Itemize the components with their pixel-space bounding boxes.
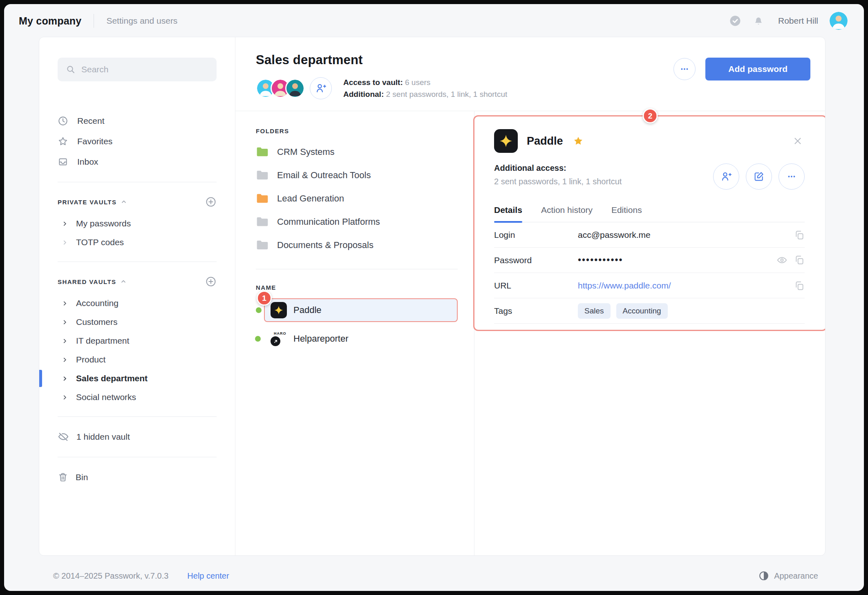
sidebar-item-favorites[interactable]: Favorites <box>58 131 217 152</box>
vault-more-button[interactable] <box>673 58 696 80</box>
chevron-up-icon <box>120 278 127 285</box>
company-name[interactable]: My company <box>19 15 81 27</box>
settings-and-users-link[interactable]: Settings and users <box>106 16 177 26</box>
private-vaults-title[interactable]: PRIVATE VAULTS <box>58 199 127 206</box>
tag-sales[interactable]: Sales <box>578 303 611 319</box>
password-row-paddle[interactable]: 1 Paddle <box>264 298 458 322</box>
status-dot <box>256 307 262 313</box>
tab-details[interactable]: Details <box>494 205 522 222</box>
app-window: My company Settings and users Robert Hil… <box>4 4 864 591</box>
detail-tabs: Details Action history Editions <box>494 205 805 222</box>
folders-heading: FOLDERS <box>256 128 458 134</box>
add-password-button[interactable]: Add password <box>705 58 810 81</box>
copy-icon[interactable] <box>794 280 805 291</box>
divider <box>58 182 217 182</box>
help-center-link[interactable]: Help center <box>187 571 229 581</box>
chevron-right-icon[interactable] <box>62 357 68 363</box>
password-value: ••••••••••• <box>578 255 776 266</box>
section-label: PRIVATE VAULTS <box>58 199 116 206</box>
folder-name: Documents & Proposals <box>277 240 374 251</box>
sidebar-item-social-networks[interactable]: Social networks <box>58 388 217 407</box>
status-dot <box>255 336 261 342</box>
password-row-helpareporter[interactable]: HARO Helpareporter <box>264 327 458 351</box>
add-shared-vault-button[interactable] <box>205 276 217 287</box>
favorite-star-icon[interactable] <box>573 136 584 146</box>
copy-icon[interactable] <box>794 230 805 240</box>
chevron-right-icon[interactable] <box>62 338 68 344</box>
add-private-vault-button[interactable] <box>205 196 217 208</box>
record-title: Paddle <box>527 135 563 148</box>
password-detail-panel: 2 Paddle <box>474 111 825 555</box>
divider <box>58 416 217 417</box>
divider <box>58 457 217 457</box>
chevron-right-icon[interactable] <box>62 394 68 400</box>
additional-access-label: Additional access: <box>494 163 622 173</box>
shared-vaults-title[interactable]: SHARED VAULTS <box>58 278 127 285</box>
sidebar-item-product[interactable]: Product <box>58 350 217 369</box>
check-circle-icon[interactable] <box>729 15 741 27</box>
private-vaults-header: PRIVATE VAULTS <box>58 192 217 212</box>
edit-button[interactable] <box>746 163 772 190</box>
sidebar-item-it-department[interactable]: IT department <box>58 331 217 350</box>
user-avatar[interactable] <box>830 12 848 30</box>
avatar[interactable] <box>285 78 305 98</box>
invite-user-button[interactable] <box>310 77 332 99</box>
appearance-toggle[interactable]: Appearance <box>758 570 818 581</box>
bell-icon[interactable] <box>753 15 764 27</box>
vault-label: Customers <box>76 317 118 327</box>
more-options-button[interactable] <box>779 163 805 190</box>
access-label: Access to vault: <box>343 78 403 87</box>
hidden-vault-item[interactable]: 1 hidden vault <box>58 427 217 447</box>
divider <box>256 269 458 269</box>
chevron-right-icon[interactable] <box>62 221 68 227</box>
sidebar-item-label: Recent <box>77 116 105 126</box>
tab-editions[interactable]: Editions <box>611 205 642 222</box>
sidebar-item-inbox[interactable]: Inbox <box>58 152 217 172</box>
folders-pane: FOLDERS CRM Systems Email & <box>235 111 474 555</box>
chevron-right-icon[interactable] <box>62 319 68 325</box>
folder-lead-generation[interactable]: Lead Generation <box>256 187 458 210</box>
sidebar-item-recent[interactable]: Recent <box>58 111 217 131</box>
search-icon <box>66 65 76 74</box>
search-input[interactable] <box>81 65 208 74</box>
folder-name: Email & Outreach Tools <box>277 170 371 181</box>
sidebar-item-customers[interactable]: Customers <box>58 313 217 331</box>
sidebar-item-sales-department[interactable]: Sales department <box>58 369 217 388</box>
chevron-right-icon[interactable] <box>62 376 68 382</box>
name-column-heading: NAME <box>256 284 458 291</box>
topbar-divider <box>94 14 94 28</box>
sidebar-item-my-passwords[interactable]: My passwords <box>58 214 217 233</box>
bin-item[interactable]: Bin <box>58 467 217 488</box>
share-access-button[interactable] <box>713 163 739 190</box>
folder-name: Lead Generation <box>277 193 344 204</box>
folder-crm-systems[interactable]: CRM Systems <box>256 140 458 163</box>
copy-icon[interactable] <box>794 255 805 266</box>
folder-icon <box>256 170 269 181</box>
sidebar-item-accounting[interactable]: Accounting <box>58 294 217 313</box>
main-card: Recent Favorites Inbox <box>39 37 825 556</box>
chevron-right-icon[interactable] <box>62 300 68 306</box>
vault-label: Sales department <box>76 374 148 383</box>
sidebar: Recent Favorites Inbox <box>39 37 235 555</box>
tag-accounting[interactable]: Accounting <box>616 303 668 319</box>
access-info: Access to vault: 6 users Additional: 2 s… <box>343 76 507 100</box>
chevron-right-icon[interactable] <box>62 239 68 246</box>
user-name[interactable]: Robert Hill <box>778 16 818 26</box>
close-icon[interactable] <box>791 134 805 148</box>
url-value[interactable]: https://www.paddle.com/ <box>578 281 794 291</box>
search-box[interactable] <box>58 58 217 81</box>
folder-documents-proposals[interactable]: Documents & Proposals <box>256 233 458 257</box>
folder-communication-platforms[interactable]: Communication Platforms <box>256 210 458 233</box>
shared-vaults-header: SHARED VAULTS <box>58 272 217 291</box>
clock-icon <box>58 116 68 126</box>
additional-access-value: 2 sent passwords, 1 link, 1 shortcut <box>494 177 622 186</box>
tab-action-history[interactable]: Action history <box>541 205 593 222</box>
hidden-vault-label: 1 hidden vault <box>76 432 130 442</box>
password-label: Password <box>494 255 578 265</box>
sidebar-item-totp-codes[interactable]: TOTP codes <box>58 233 217 252</box>
eye-icon[interactable] <box>776 255 787 266</box>
vault-label: Product <box>76 355 105 365</box>
chevron-up-icon <box>121 199 127 205</box>
copyright-text: © 2014–2025 Passwork, v.7.0.3 <box>53 571 168 581</box>
folder-email-outreach-tools[interactable]: Email & Outreach Tools <box>256 163 458 187</box>
